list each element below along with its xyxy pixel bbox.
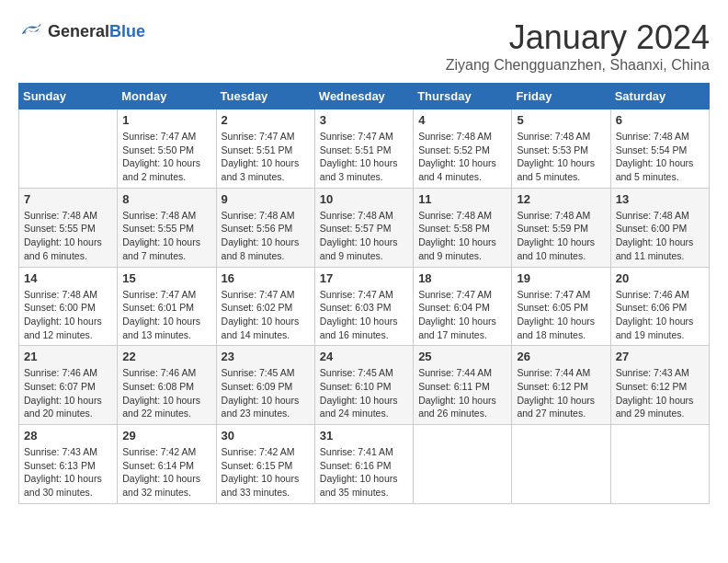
day-number: 20 <box>616 271 704 285</box>
cell-info: Sunrise: 7:44 AM Sunset: 6:12 PM Dayligh… <box>517 366 605 420</box>
calendar-cell: 7Sunrise: 7:48 AM Sunset: 5:55 PM Daylig… <box>19 188 118 267</box>
calendar-cell: 9Sunrise: 7:48 AM Sunset: 5:56 PM Daylig… <box>216 188 314 267</box>
calendar-cell: 21Sunrise: 7:46 AM Sunset: 6:07 PM Dayli… <box>19 346 118 425</box>
calendar-cell: 23Sunrise: 7:45 AM Sunset: 6:09 PM Dayli… <box>216 346 314 425</box>
page-header: GeneralBlue January 2024 Ziyang Chenggua… <box>18 18 710 74</box>
cell-info: Sunrise: 7:44 AM Sunset: 6:11 PM Dayligh… <box>418 366 506 420</box>
day-number: 12 <box>517 192 605 206</box>
calendar-cell: 28Sunrise: 7:43 AM Sunset: 6:13 PM Dayli… <box>19 425 118 504</box>
cell-info: Sunrise: 7:47 AM Sunset: 5:51 PM Dayligh… <box>222 130 310 184</box>
calendar-cell: 20Sunrise: 7:46 AM Sunset: 6:06 PM Dayli… <box>610 267 709 346</box>
cell-info: Sunrise: 7:46 AM Sunset: 6:07 PM Dayligh… <box>24 366 112 420</box>
day-header: Monday <box>118 84 216 109</box>
day-number: 9 <box>222 192 310 206</box>
cell-info: Sunrise: 7:47 AM Sunset: 5:50 PM Dayligh… <box>122 130 210 184</box>
calendar-cell: 22Sunrise: 7:46 AM Sunset: 6:08 PM Dayli… <box>118 346 216 425</box>
day-number: 18 <box>418 271 506 285</box>
calendar-cell: 10Sunrise: 7:48 AM Sunset: 5:57 PM Dayli… <box>314 188 413 267</box>
cell-info: Sunrise: 7:48 AM Sunset: 5:54 PM Dayligh… <box>616 130 704 184</box>
cell-info: Sunrise: 7:48 AM Sunset: 5:53 PM Dayligh… <box>517 130 605 184</box>
day-number: 5 <box>517 113 605 127</box>
calendar-cell: 3Sunrise: 7:47 AM Sunset: 5:51 PM Daylig… <box>314 109 413 189</box>
cell-info: Sunrise: 7:45 AM Sunset: 6:10 PM Dayligh… <box>320 366 408 420</box>
day-number: 6 <box>616 113 704 127</box>
day-number: 24 <box>320 350 408 363</box>
cell-info: Sunrise: 7:47 AM Sunset: 5:51 PM Dayligh… <box>320 130 408 184</box>
calendar-cell <box>414 425 512 504</box>
calendar-cell: 26Sunrise: 7:44 AM Sunset: 6:12 PM Dayli… <box>512 346 610 425</box>
cell-info: Sunrise: 7:46 AM Sunset: 6:06 PM Dayligh… <box>616 288 704 342</box>
day-number: 25 <box>418 350 506 363</box>
logo-icon <box>18 18 44 44</box>
logo-text-blue: Blue <box>109 22 145 40</box>
cell-info: Sunrise: 7:48 AM Sunset: 5:59 PM Dayligh… <box>517 209 605 263</box>
cell-info: Sunrise: 7:47 AM Sunset: 6:05 PM Dayligh… <box>517 288 605 342</box>
day-number: 15 <box>122 271 210 285</box>
logo: GeneralBlue <box>18 18 145 44</box>
day-number: 23 <box>222 350 310 363</box>
calendar-cell: 1Sunrise: 7:47 AM Sunset: 5:50 PM Daylig… <box>118 109 216 189</box>
day-number: 13 <box>616 192 704 206</box>
day-number: 29 <box>122 429 210 442</box>
day-number: 21 <box>24 350 112 363</box>
location-title: Ziyang Chengguanzhen, Shaanxi, China <box>446 57 710 74</box>
calendar-cell: 24Sunrise: 7:45 AM Sunset: 6:10 PM Dayli… <box>314 346 413 425</box>
title-section: January 2024 Ziyang Chengguanzhen, Shaan… <box>446 18 710 74</box>
calendar-cell: 6Sunrise: 7:48 AM Sunset: 5:54 PM Daylig… <box>610 109 709 189</box>
day-number: 7 <box>24 192 112 206</box>
calendar-body: 1Sunrise: 7:47 AM Sunset: 5:50 PM Daylig… <box>19 109 710 504</box>
day-number: 22 <box>122 350 210 363</box>
calendar-cell: 15Sunrise: 7:47 AM Sunset: 6:01 PM Dayli… <box>118 267 216 346</box>
calendar-cell: 16Sunrise: 7:47 AM Sunset: 6:02 PM Dayli… <box>216 267 314 346</box>
day-number: 31 <box>320 429 408 442</box>
calendar-cell: 27Sunrise: 7:43 AM Sunset: 6:12 PM Dayli… <box>610 346 709 425</box>
cell-info: Sunrise: 7:48 AM Sunset: 6:00 PM Dayligh… <box>616 209 704 263</box>
cell-info: Sunrise: 7:43 AM Sunset: 6:13 PM Dayligh… <box>24 445 112 500</box>
calendar-header-row: SundayMondayTuesdayWednesdayThursdayFrid… <box>19 84 710 109</box>
day-header: Wednesday <box>314 84 413 109</box>
day-number: 8 <box>122 192 210 206</box>
calendar-cell: 13Sunrise: 7:48 AM Sunset: 6:00 PM Dayli… <box>610 188 709 267</box>
calendar-table: SundayMondayTuesdayWednesdayThursdayFrid… <box>18 83 710 504</box>
day-number: 30 <box>222 429 310 442</box>
day-number: 27 <box>616 350 704 363</box>
cell-info: Sunrise: 7:48 AM Sunset: 5:58 PM Dayligh… <box>418 209 506 263</box>
day-header: Friday <box>512 84 610 109</box>
calendar-cell: 18Sunrise: 7:47 AM Sunset: 6:04 PM Dayli… <box>414 267 512 346</box>
calendar-cell <box>512 425 610 504</box>
day-number: 11 <box>418 192 506 206</box>
day-number: 4 <box>418 113 506 127</box>
cell-info: Sunrise: 7:47 AM Sunset: 6:02 PM Dayligh… <box>222 288 310 342</box>
calendar-week-row: 1Sunrise: 7:47 AM Sunset: 5:50 PM Daylig… <box>19 109 710 189</box>
day-header: Tuesday <box>216 84 314 109</box>
calendar-week-row: 14Sunrise: 7:48 AM Sunset: 6:00 PM Dayli… <box>19 267 710 346</box>
month-title: January 2024 <box>446 18 710 57</box>
cell-info: Sunrise: 7:48 AM Sunset: 5:57 PM Dayligh… <box>320 209 408 263</box>
cell-info: Sunrise: 7:47 AM Sunset: 6:03 PM Dayligh… <box>320 288 408 342</box>
day-number: 10 <box>320 192 408 206</box>
calendar-cell <box>19 109 118 189</box>
day-number: 17 <box>320 271 408 285</box>
day-number: 2 <box>222 113 310 127</box>
calendar-cell: 19Sunrise: 7:47 AM Sunset: 6:05 PM Dayli… <box>512 267 610 346</box>
cell-info: Sunrise: 7:41 AM Sunset: 6:16 PM Dayligh… <box>320 445 408 500</box>
day-number: 16 <box>222 271 310 285</box>
day-header: Saturday <box>610 84 709 109</box>
cell-info: Sunrise: 7:48 AM Sunset: 6:00 PM Dayligh… <box>24 288 112 342</box>
cell-info: Sunrise: 7:48 AM Sunset: 5:56 PM Dayligh… <box>222 209 310 263</box>
day-header: Thursday <box>414 84 512 109</box>
cell-info: Sunrise: 7:42 AM Sunset: 6:14 PM Dayligh… <box>122 445 210 500</box>
day-number: 19 <box>517 271 605 285</box>
cell-info: Sunrise: 7:46 AM Sunset: 6:08 PM Dayligh… <box>122 366 210 420</box>
cell-info: Sunrise: 7:43 AM Sunset: 6:12 PM Dayligh… <box>616 366 704 420</box>
calendar-cell: 30Sunrise: 7:42 AM Sunset: 6:15 PM Dayli… <box>216 425 314 504</box>
calendar-cell: 11Sunrise: 7:48 AM Sunset: 5:58 PM Dayli… <box>414 188 512 267</box>
cell-info: Sunrise: 7:47 AM Sunset: 6:01 PM Dayligh… <box>122 288 210 342</box>
calendar-cell: 14Sunrise: 7:48 AM Sunset: 6:00 PM Dayli… <box>19 267 118 346</box>
day-header: Sunday <box>19 84 118 109</box>
calendar-cell: 17Sunrise: 7:47 AM Sunset: 6:03 PM Dayli… <box>314 267 413 346</box>
calendar-cell: 4Sunrise: 7:48 AM Sunset: 5:52 PM Daylig… <box>414 109 512 189</box>
calendar-week-row: 7Sunrise: 7:48 AM Sunset: 5:55 PM Daylig… <box>19 188 710 267</box>
day-number: 26 <box>517 350 605 363</box>
cell-info: Sunrise: 7:48 AM Sunset: 5:55 PM Dayligh… <box>122 209 210 263</box>
